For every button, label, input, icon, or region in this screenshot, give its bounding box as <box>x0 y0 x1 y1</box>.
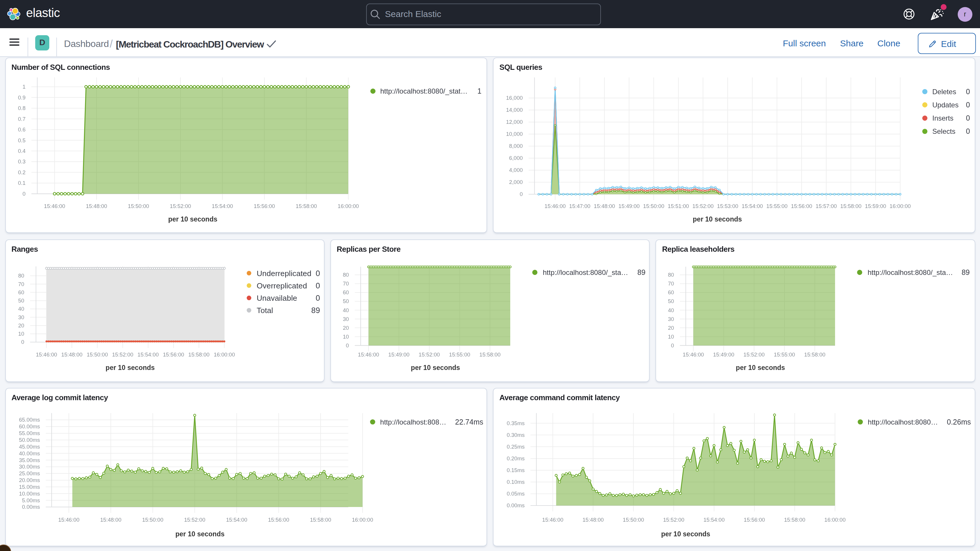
svg-text:per 10 seconds: per 10 seconds <box>661 530 710 538</box>
svg-text:15:54:00: 15:54:00 <box>226 517 247 523</box>
svg-text:89: 89 <box>962 268 970 276</box>
svg-text:16:00:00: 16:00:00 <box>352 517 372 523</box>
svg-text:Inserts: Inserts <box>932 114 954 122</box>
svg-text:6,000: 6,000 <box>509 155 523 161</box>
svg-text:60.00ms: 60.00ms <box>19 424 40 430</box>
svg-text:15:56:00: 15:56:00 <box>253 203 275 209</box>
svg-text:1: 1 <box>477 87 481 95</box>
svg-text:20: 20 <box>343 325 349 331</box>
svg-text:15:58:00: 15:58:00 <box>840 203 861 209</box>
svg-text:Underreplicated: Underreplicated <box>256 269 311 277</box>
svg-text:2,000: 2,000 <box>509 179 523 185</box>
svg-text:16:00:00: 16:00:00 <box>213 351 234 357</box>
svg-text:15:50:00: 15:50:00 <box>86 351 107 357</box>
svg-text:per 10 seconds: per 10 seconds <box>168 215 217 223</box>
svg-text:15:54:00: 15:54:00 <box>742 203 763 209</box>
svg-text:15:48:00: 15:48:00 <box>61 351 82 357</box>
svg-text:0: 0 <box>966 88 970 96</box>
svg-text:0: 0 <box>966 100 970 109</box>
svg-text:0: 0 <box>22 191 25 197</box>
svg-text:70: 70 <box>343 280 349 287</box>
svg-text:0.3: 0.3 <box>18 158 25 165</box>
svg-text:0.26ms: 0.26ms <box>947 418 971 426</box>
svg-text:0.15ms: 0.15ms <box>507 467 525 473</box>
svg-text:10: 10 <box>668 333 674 339</box>
svg-text:15:49:00: 15:49:00 <box>713 351 734 357</box>
svg-text:80: 80 <box>343 271 349 277</box>
svg-text:0: 0 <box>671 342 674 348</box>
svg-text:15:48:00: 15:48:00 <box>594 203 615 209</box>
svg-text:Overreplicated: Overreplicated <box>256 281 307 290</box>
svg-text:15:50:00: 15:50:00 <box>142 517 163 523</box>
svg-text:15:57:00: 15:57:00 <box>816 203 837 209</box>
svg-text:16:00:00: 16:00:00 <box>889 203 911 209</box>
svg-text:Updates: Updates <box>932 101 959 109</box>
svg-text:15:50:00: 15:50:00 <box>623 517 644 523</box>
svg-text:4,000: 4,000 <box>509 167 523 173</box>
svg-text:89: 89 <box>311 306 320 315</box>
svg-text:15:52:00: 15:52:00 <box>663 517 684 523</box>
svg-text:Deletes: Deletes <box>932 88 956 96</box>
svg-text:15:59:00: 15:59:00 <box>865 203 886 209</box>
svg-text:15:46:00: 15:46:00 <box>358 351 379 357</box>
svg-text:14,000: 14,000 <box>506 107 523 113</box>
svg-text:0.7: 0.7 <box>18 116 25 122</box>
svg-text:15:48:00: 15:48:00 <box>100 517 121 523</box>
svg-text:0.2: 0.2 <box>18 169 25 175</box>
svg-text:0.9: 0.9 <box>18 94 25 100</box>
svg-text:0.30ms: 0.30ms <box>507 432 525 438</box>
svg-text:15:46:00: 15:46:00 <box>58 517 79 523</box>
svg-text:16,000: 16,000 <box>506 95 523 101</box>
svg-text:15:50:00: 15:50:00 <box>643 203 664 209</box>
svg-text:0: 0 <box>21 339 24 345</box>
svg-text:0.6: 0.6 <box>18 126 25 133</box>
svg-text:30: 30 <box>668 316 674 322</box>
svg-text:0.4: 0.4 <box>18 148 25 154</box>
svg-text:16:00:00: 16:00:00 <box>337 203 358 209</box>
svg-text:15:55:00: 15:55:00 <box>767 203 788 209</box>
svg-text:0: 0 <box>315 281 320 290</box>
svg-text:50.00ms: 50.00ms <box>19 437 40 443</box>
svg-text:Total: Total <box>256 306 273 315</box>
svg-text:15:53:00: 15:53:00 <box>717 203 738 209</box>
svg-text:0.00ms: 0.00ms <box>22 504 40 510</box>
svg-text:10: 10 <box>343 333 349 339</box>
svg-text:15:54:00: 15:54:00 <box>212 203 233 209</box>
svg-text:per 10 seconds: per 10 seconds <box>736 363 785 371</box>
svg-text:20: 20 <box>668 325 674 331</box>
svg-text:15:48:00: 15:48:00 <box>582 517 603 523</box>
svg-text:80: 80 <box>668 271 674 277</box>
svg-text:15:54:00: 15:54:00 <box>137 351 158 357</box>
svg-text:40: 40 <box>668 307 674 313</box>
svg-text:per 10 seconds: per 10 seconds <box>105 363 154 371</box>
svg-text:per 10 seconds: per 10 seconds <box>175 530 224 538</box>
svg-text:15:58:00: 15:58:00 <box>804 351 826 357</box>
svg-text:20: 20 <box>18 322 24 328</box>
svg-text:22.74ms: 22.74ms <box>455 418 483 426</box>
svg-text:10,000: 10,000 <box>506 131 523 137</box>
svg-text:http://localhost:8080/_stat…: http://localhost:8080/_stat… <box>380 87 468 95</box>
svg-text:15:58:00: 15:58:00 <box>784 517 805 523</box>
svg-text:15:55:00: 15:55:00 <box>774 351 795 357</box>
svg-text:0: 0 <box>966 114 970 122</box>
svg-text:60: 60 <box>668 289 674 295</box>
svg-text:15:58:00: 15:58:00 <box>296 203 317 209</box>
svg-text:0.00ms: 0.00ms <box>507 502 525 508</box>
svg-text:0.8: 0.8 <box>18 105 25 111</box>
svg-text:0.1: 0.1 <box>18 180 25 186</box>
svg-text:89: 89 <box>637 268 646 276</box>
svg-text:1: 1 <box>22 84 25 90</box>
svg-text:0: 0 <box>520 191 523 197</box>
svg-text:15.00ms: 15.00ms <box>19 484 40 490</box>
svg-text:15:52:00: 15:52:00 <box>112 351 133 357</box>
svg-text:0.20ms: 0.20ms <box>507 455 525 462</box>
svg-text:15:56:00: 15:56:00 <box>791 203 812 209</box>
svg-text:70: 70 <box>668 280 674 287</box>
svg-text:30: 30 <box>18 314 24 320</box>
svg-text:0.25ms: 0.25ms <box>507 444 525 450</box>
svg-text:15:56:00: 15:56:00 <box>162 351 184 357</box>
svg-text:15:49:00: 15:49:00 <box>619 203 640 209</box>
svg-text:80: 80 <box>18 272 24 279</box>
svg-text:45.00ms: 45.00ms <box>19 444 40 450</box>
svg-text:0: 0 <box>346 342 348 348</box>
